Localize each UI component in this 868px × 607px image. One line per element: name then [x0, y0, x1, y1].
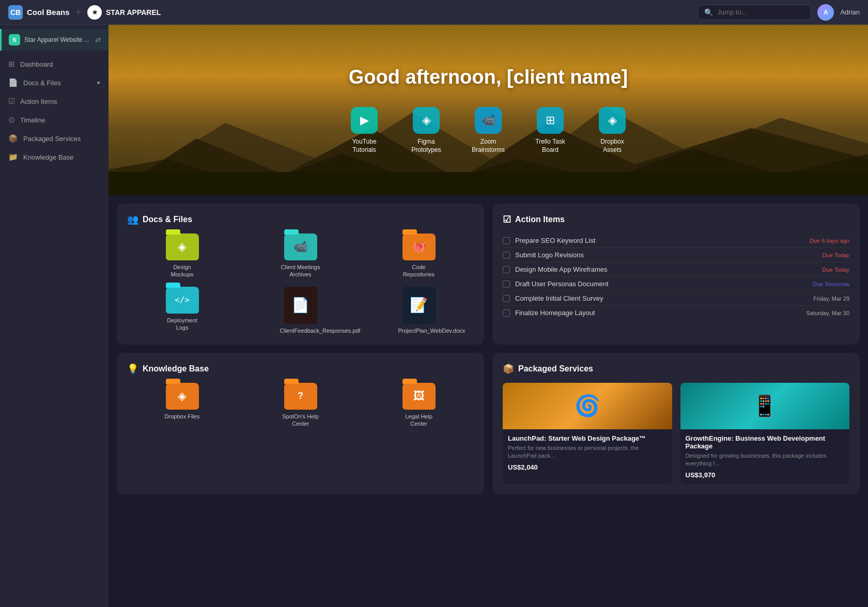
service-name: GrowthEngine: Business Web Development P…: [686, 434, 845, 450]
services-grid: 🌀 LaunchPad: Starter Web Design Package™…: [503, 383, 849, 484]
action-due: Saturday, Mar 30: [806, 310, 849, 316]
sidebar-workspace[interactable]: S Star Apparel Website ... ⇄: [0, 29, 109, 51]
action-label: Submit Logo Revisions: [515, 251, 817, 259]
sidebar-item-dashboard[interactable]: ⊞ Dashboard: [0, 55, 109, 73]
file-label: Dropbox Files: [165, 413, 200, 420]
workspace-swap-icon[interactable]: ⇄: [95, 36, 101, 44]
action-label: Draft User Personas Document: [515, 280, 808, 288]
sidebar-item-knowledge-base[interactable]: 📁 Knowledge Base: [0, 148, 109, 166]
action-item-row: Design Mobile App Wireframes Due Today: [503, 262, 849, 277]
kb-item-legal[interactable]: 🖼 Legal Help Center: [364, 383, 474, 428]
knowledge-base-title: 💡 Knowledge Base: [127, 363, 474, 375]
packaged-services-icon: 📦: [8, 134, 18, 143]
service-name: LaunchPad: Starter Web Design Package™: [508, 434, 667, 442]
file-label: SpotOn's Help Center: [280, 413, 321, 428]
folder-legal: 🖼: [402, 383, 436, 410]
pdf-icon: 📄: [291, 297, 309, 314]
quick-link-youtube[interactable]: ▶ YouTube Tutorials: [344, 107, 385, 154]
file-label: ProjectPlan_WebDev.docx: [398, 327, 440, 334]
knowledge-base-heading: Knowledge Base: [143, 364, 209, 373]
expand-icon: ▾: [97, 80, 100, 86]
quick-link-figma[interactable]: ◈ Figma Prototypes: [406, 107, 447, 154]
packaged-services-heading: Packaged Services: [518, 364, 593, 373]
service-image-launchpad: 🌀: [503, 383, 672, 429]
youtube-icon: ▶: [351, 107, 378, 134]
file-grid: ◈ Design Mockups 📹 Client Meetings Archi…: [127, 234, 474, 334]
file-label: Design Mockups: [162, 263, 203, 278]
sidebar-item-label: Knowledge Base: [23, 153, 74, 161]
quick-links: ▶ YouTube Tutorials ◈ Figma Prototypes 📹…: [344, 107, 633, 154]
action-checkbox[interactable]: [503, 237, 510, 244]
file-item-code-repositories[interactable]: 🐙 Code Repositories: [364, 234, 474, 278]
nav-divider: +: [76, 7, 82, 18]
service-price: US$3,970: [686, 471, 845, 479]
file-label: Legal Help Center: [398, 413, 440, 428]
folder-code-repositories: 🐙: [402, 234, 436, 260]
file-item-project-plan[interactable]: 📝 ProjectPlan_WebDev.docx: [364, 287, 474, 334]
spoton-folder-icon: ?: [298, 391, 303, 401]
kb-item-spoton[interactable]: ? SpotOn's Help Center: [245, 383, 355, 428]
quick-link-label: YouTube Tutorials: [344, 138, 385, 154]
sidebar-item-action-items[interactable]: ☑ Action Items: [0, 92, 109, 111]
search-bar[interactable]: 🔍: [698, 5, 811, 20]
dashboard-grid: 👥 Docs & Files ◈ Design Mockups 📹: [109, 195, 868, 503]
service-info-launchpad: LaunchPad: Starter Web Design Package™ P…: [503, 429, 672, 476]
file-label: ClientFeedback_Responses.pdf: [280, 327, 321, 334]
quick-link-trello[interactable]: ⊞ Trello Task Board: [530, 107, 571, 154]
service-card-launchpad[interactable]: 🌀 LaunchPad: Starter Web Design Package™…: [503, 383, 672, 484]
quick-link-label: Trello Task Board: [530, 138, 571, 154]
knowledge-base-card: 💡 Knowledge Base ◈ Dropbox Files ?: [117, 353, 484, 494]
dropbox-icon: ◈: [599, 107, 626, 134]
service-card-growthengine[interactable]: 📱 GrowthEngine: Business Web Development…: [680, 383, 850, 484]
file-item-client-meetings[interactable]: 📹 Client Meetings Archives: [245, 234, 355, 278]
action-items-title: ☑ Action Items: [503, 214, 849, 225]
sidebar-item-label: Timeline: [20, 116, 45, 124]
file-item-deployment-logs[interactable]: </> Deployment Logs: [127, 287, 237, 334]
figma-folder-icon: ◈: [178, 240, 187, 254]
search-input[interactable]: [717, 8, 800, 16]
sidebar-item-docs-files[interactable]: 📄 Docs & Files ▾: [0, 73, 109, 92]
folder-deployment-logs: </>: [166, 287, 199, 314]
action-checkbox[interactable]: [503, 309, 510, 317]
timeline-icon: ⊙: [8, 115, 15, 124]
svg-rect-3: [109, 172, 868, 195]
client-brand[interactable]: ★ STAR APPAREL: [87, 5, 161, 20]
action-due: Due 6 days ago: [810, 238, 849, 244]
action-checkbox[interactable]: [503, 295, 510, 302]
sidebar-item-packaged-services[interactable]: 📦 Packaged Services: [0, 129, 109, 148]
quick-link-zoom[interactable]: 📹 Zoom Brainstorms: [468, 107, 509, 154]
service-price: US$2,040: [508, 463, 667, 471]
service-thumbnail-icon: 🌀: [575, 394, 600, 418]
sidebar-item-label: Action Items: [20, 98, 57, 105]
sidebar-item-timeline[interactable]: ⊙ Timeline: [0, 111, 109, 129]
figma-icon: ◈: [413, 107, 440, 134]
client-brand-name: STAR APPAREL: [106, 8, 161, 17]
action-items-card: ☑ Action Items Prepare SEO Keyword List …: [492, 204, 860, 345]
avatar[interactable]: A: [817, 4, 834, 21]
camera-folder-icon: 📹: [293, 240, 307, 254]
action-item-row: Draft User Personas Document Due Tomorro…: [503, 277, 849, 291]
quick-link-label: Zoom Brainstorms: [468, 138, 509, 154]
file-item-design-mockups[interactable]: ◈ Design Mockups: [127, 234, 237, 278]
top-navigation: CB Cool Beans + ★ STAR APPAREL 🔍 A Adria…: [0, 0, 868, 25]
brand-logo[interactable]: CB Cool Beans: [8, 5, 70, 20]
quick-link-dropbox[interactable]: ◈ Dropbox Assets: [592, 107, 633, 154]
zoom-icon: 📹: [475, 107, 502, 134]
action-item-row: Prepare SEO Keyword List Due 6 days ago: [503, 234, 849, 248]
quick-link-label: Figma Prototypes: [406, 138, 447, 154]
action-due: Friday, Mar 29: [813, 295, 849, 302]
dropbox-folder-icon: ◈: [178, 390, 187, 403]
main-layout: S Star Apparel Website ... ⇄ ⊞ Dashboard…: [0, 25, 868, 607]
kb-item-dropbox[interactable]: ◈ Dropbox Files: [127, 383, 237, 428]
docs-files-icon: 👥: [127, 214, 138, 225]
service-thumbnail-icon: 📱: [752, 394, 778, 418]
action-checkbox[interactable]: [503, 252, 510, 259]
action-item-row: Finalize Homepage Layout Saturday, Mar 3…: [503, 306, 849, 320]
hero-greeting: Good afternoon, [client name]: [349, 66, 628, 88]
action-checkbox[interactable]: [503, 281, 510, 288]
action-due: Due Today: [823, 252, 849, 258]
file-item-client-feedback[interactable]: 📄 ClientFeedback_Responses.pdf: [245, 287, 355, 334]
action-items-heading: Action Items: [515, 215, 565, 224]
file-pdf: 📄: [284, 287, 317, 324]
action-checkbox[interactable]: [503, 266, 510, 273]
